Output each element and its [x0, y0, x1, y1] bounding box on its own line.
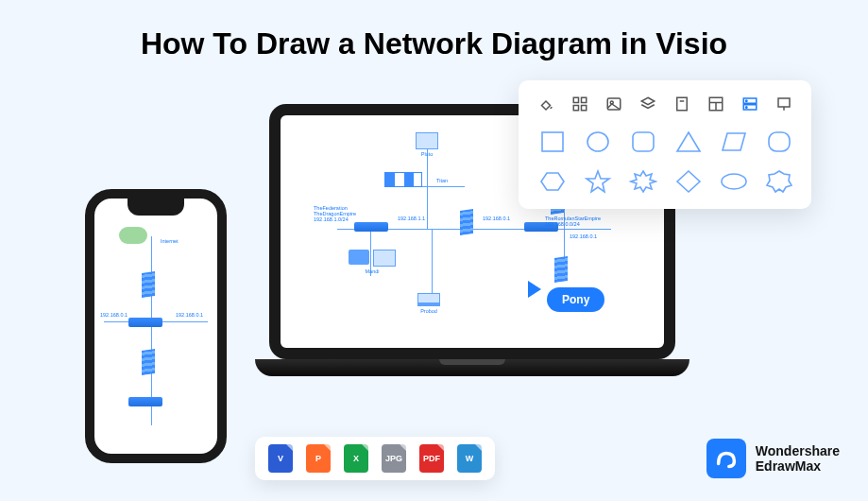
file-pdf-icon[interactable]: PDF [419, 444, 444, 473]
storage-icon[interactable] [740, 94, 760, 114]
apps-icon[interactable] [570, 94, 590, 114]
node-label: TheFederation TheDragonEmpire 192.168.1.… [314, 205, 356, 222]
shape-square[interactable] [536, 128, 570, 156]
ip-label: 192.168.0.1 [483, 216, 510, 221]
page-title: How To Draw a Network Diagram in Visio [0, 0, 868, 61]
svg-rect-3 [582, 106, 587, 111]
shape-star[interactable] [581, 167, 615, 196]
toolbar-panel [519, 80, 811, 209]
shape-burst[interactable] [626, 167, 660, 196]
brand-line2: EdrawMax [756, 458, 840, 474]
file-visio-icon[interactable]: V [268, 444, 293, 473]
laptop-base [255, 359, 689, 376]
layers-icon[interactable] [638, 94, 658, 114]
svg-rect-19 [769, 132, 790, 151]
shape-diamond[interactable] [672, 167, 706, 196]
router-icon [128, 318, 162, 327]
ip-label: 192.168.0.1 [100, 312, 128, 318]
node-label: Titan [436, 178, 448, 183]
fill-icon[interactable] [536, 94, 556, 114]
brand-line1: Wondershare [756, 443, 840, 458]
file-ppt-icon[interactable]: P [306, 444, 331, 473]
server-icon [554, 256, 568, 283]
phone-mockup: Internet 192.168.0.1 192.168.0.1 [85, 189, 227, 463]
svg-point-20 [722, 174, 746, 189]
svg-rect-18 [633, 132, 654, 151]
shape-seal[interactable] [762, 167, 796, 196]
image-icon[interactable] [604, 94, 624, 114]
brand-block: Wondershare EdrawMax [706, 439, 840, 478]
shape-circle[interactable] [581, 128, 615, 156]
server-icon [460, 209, 473, 235]
svg-rect-0 [573, 97, 578, 102]
node-label: Mandi [349, 268, 396, 274]
shape-triangle[interactable] [672, 128, 706, 156]
node-label: TheRomulanStarEmpire 192.168.0.0/24 [545, 216, 601, 227]
router-icon [354, 222, 388, 232]
svg-point-14 [746, 107, 748, 109]
page-icon[interactable] [672, 94, 692, 114]
svg-rect-2 [573, 106, 578, 111]
shape-ellipse[interactable] [717, 167, 751, 196]
cloud-icon [119, 227, 147, 244]
toolbar-row [536, 94, 794, 114]
table-icon [384, 172, 422, 187]
server-icon [142, 271, 155, 298]
printer-icon [349, 250, 369, 265]
node-label: Probod [417, 308, 440, 314]
pc-icon [416, 132, 438, 149]
svg-point-17 [587, 132, 608, 151]
svg-rect-1 [582, 97, 587, 102]
ip-label: 192.168.0.1 [176, 312, 203, 318]
shape-rounded-rect[interactable] [762, 128, 796, 156]
file-excel-icon[interactable]: X [344, 444, 368, 473]
node-label: Pluto [416, 151, 438, 157]
ip-label: 192.168.1.1 [398, 216, 425, 221]
shape-parallelogram[interactable] [717, 128, 751, 156]
laptop-icon [417, 293, 440, 306]
brand-text: Wondershare EdrawMax [756, 443, 840, 474]
monitor-icon [373, 250, 396, 267]
file-jpg-icon[interactable]: JPG [382, 444, 406, 473]
brand-logo-icon [706, 439, 746, 478]
node-label: Internet [161, 238, 179, 244]
shapes-grid [536, 128, 794, 196]
svg-rect-6 [677, 97, 688, 111]
cursor-icon [528, 281, 541, 298]
svg-rect-15 [778, 98, 790, 107]
file-format-row: V P X JPG PDF W [255, 437, 495, 480]
ip-label: 192.168.0.1 [570, 233, 597, 239]
file-word-icon[interactable]: W [457, 444, 482, 473]
server-icon [142, 349, 155, 375]
layout-icon[interactable] [706, 94, 726, 114]
shape-hexagon[interactable] [536, 167, 570, 196]
network-diagram-phone: Internet 192.168.0.1 192.168.0.1 [94, 199, 217, 454]
svg-point-13 [746, 100, 748, 102]
svg-rect-16 [542, 132, 563, 151]
pony-badge: Pony [547, 287, 604, 312]
shape-rounded-square[interactable] [626, 128, 660, 156]
pin-icon[interactable] [774, 94, 794, 114]
router-icon [128, 397, 162, 406]
